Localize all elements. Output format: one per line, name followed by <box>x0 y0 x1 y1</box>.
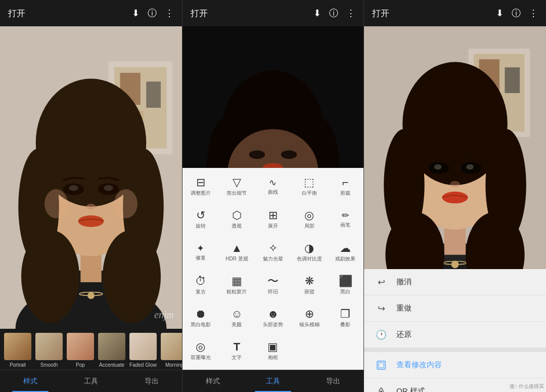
tab-export-mid[interactable]: 导出 <box>303 370 363 392</box>
info-icon-right[interactable]: ⓘ <box>512 7 521 19</box>
open-button-left[interactable]: 打开 <box>8 8 25 19</box>
tool-curves[interactable]: ∿ 曲线 <box>255 170 291 203</box>
tool-perspective[interactable]: ⬡ 透视 <box>219 203 255 236</box>
tool-brush[interactable]: ✏ 画笔 <box>327 203 363 236</box>
filter-accentuate[interactable]: Accentuate <box>98 333 125 368</box>
restore-button[interactable]: 🕐 还原 <box>364 322 546 348</box>
svg-point-48 <box>451 260 459 268</box>
svg-point-23 <box>44 189 68 219</box>
history-icon <box>374 360 388 370</box>
tool-adjust[interactable]: ⊟ 调整图片 <box>183 170 219 203</box>
filter-scroll: Portrait Smooth Pop Accentuate Faded Glo… <box>0 333 182 368</box>
more-icon-mid[interactable]: ⋮ <box>346 8 355 19</box>
svg-point-19 <box>69 185 78 191</box>
open-button-mid[interactable]: 打开 <box>191 8 208 19</box>
history-label: 查看修改内容 <box>396 360 442 370</box>
info-icon-left[interactable]: ⓘ <box>148 7 157 19</box>
bottom-tabs-mid: 样式 工具 导出 <box>183 370 363 392</box>
redo-label: 重做 <box>396 303 412 313</box>
signature-left: enjm <box>154 309 174 321</box>
tool-frame[interactable]: ▣ 相框 <box>255 335 291 368</box>
tool-freckle[interactable]: ❋ 斑驳 <box>291 269 328 301</box>
svg-rect-64 <box>379 363 384 368</box>
svg-point-24 <box>114 189 138 219</box>
tab-tools-left[interactable]: 工具 <box>61 370 121 392</box>
filter-pop[interactable]: Pop <box>67 333 94 368</box>
svg-point-61 <box>450 181 460 188</box>
tool-expand[interactable]: ⊞ 展开 <box>255 203 291 236</box>
image-area-mid <box>183 26 363 168</box>
tool-grain[interactable]: ▦ 粗粒胶片 <box>219 269 255 301</box>
tool-hdr[interactable]: ▲ HDR 景观 <box>219 236 255 269</box>
svg-rect-4 <box>146 81 161 108</box>
tool-tone[interactable]: ◑ 色调对比度 <box>291 236 328 269</box>
panel-left: 打开 ⬇ ⓘ ⋮ <box>0 0 182 392</box>
undo-button[interactable]: ↩ 撤消 <box>364 269 546 295</box>
tool-glamour[interactable]: ✧ 魅力光晕 <box>255 236 291 269</box>
tool-rotate[interactable]: ↺ 旋转 <box>183 203 219 236</box>
filter-accentuate-label: Accentuate <box>99 362 124 368</box>
filter-faded-glow[interactable]: Faded Glow <box>129 333 157 368</box>
filter-smooth[interactable]: Smooth <box>35 333 63 368</box>
tool-nostalgia[interactable]: 〜 怀旧 <box>255 269 291 301</box>
tool-vintage[interactable]: ⏱ 复古 <box>183 269 219 301</box>
tab-style-left[interactable]: 样式 <box>0 370 61 392</box>
tool-local[interactable]: ◎ 局部 <box>291 203 328 236</box>
tool-beauty[interactable]: ☺ 美颜 <box>219 302 255 335</box>
filter-strip-left: Portrait Smooth Pop Accentuate Faded Glo… <box>0 329 182 370</box>
svg-point-10 <box>87 292 95 299</box>
tool-heal[interactable]: ✦ 修复 <box>183 236 219 269</box>
save-icon-left[interactable]: ⬇ <box>132 8 140 19</box>
tool-headpose[interactable]: ☻ 头部姿势 <box>255 302 291 335</box>
image-area-right <box>364 26 546 269</box>
tool-empty2 <box>327 335 363 368</box>
svg-point-16 <box>103 230 161 323</box>
redo-button[interactable]: ↪ 重做 <box>364 295 546 322</box>
filter-smooth-label: Smooth <box>40 362 58 368</box>
tool-empty1 <box>291 335 328 368</box>
svg-point-20 <box>104 185 113 191</box>
filter-faded-glow-thumb <box>129 333 157 360</box>
image-area-left: enjm <box>0 26 182 329</box>
tool-bw[interactable]: ⬛ 黑白 <box>327 269 363 301</box>
tool-drama[interactable]: ☁ 戏剧效果 <box>327 236 363 269</box>
history-button[interactable]: 查看修改内容 <box>364 352 546 378</box>
qr-label: QR 样式 <box>396 386 425 392</box>
more-icon-left[interactable]: ⋮ <box>165 8 174 19</box>
filter-portrait-thumb <box>4 333 31 360</box>
right-sheet: ↩ 撤消 ↪ 重做 🕐 还原 查看修改内容 <box>364 269 546 392</box>
tool-details[interactable]: ▽ 突出细节 <box>219 170 255 203</box>
tool-text[interactable]: T 文字 <box>219 335 255 368</box>
filter-accentuate-thumb <box>98 333 125 360</box>
redo-icon: ↪ <box>374 303 388 314</box>
svg-rect-41 <box>505 67 520 93</box>
filter-morning[interactable]: Morning <box>161 333 182 368</box>
tool-wb[interactable]: ⬚ 白平衡 <box>291 170 328 203</box>
filter-pop-thumb <box>67 333 94 360</box>
sheet-divider <box>364 348 546 352</box>
filter-morning-thumb <box>161 333 182 360</box>
tools-grid: ⊟ 调整图片 ▽ 突出细节 ∿ 曲线 ⬚ 白平衡 ⌐ 剪裁 ↺ 旋转 ⬡ 透视 … <box>183 168 363 370</box>
tool-multiexp[interactable]: ◎ 双重曝光 <box>183 335 219 368</box>
more-icon-right[interactable]: ⋮ <box>529 8 538 19</box>
tool-bwfilm[interactable]: ⏺ 黑白电影 <box>183 302 219 335</box>
top-bar-icons-mid: ⬇ ⓘ ⋮ <box>313 7 355 19</box>
filter-smooth-thumb <box>35 333 63 360</box>
info-icon-mid[interactable]: ⓘ <box>329 7 338 19</box>
tab-export-left[interactable]: 导出 <box>121 370 182 392</box>
filter-pop-label: Pop <box>76 362 85 368</box>
tab-tools-mid[interactable]: 工具 <box>243 370 303 392</box>
svg-point-22 <box>78 215 104 227</box>
open-button-right[interactable]: 打开 <box>372 8 389 19</box>
top-bar-icons-right: ⬇ ⓘ ⋮ <box>496 7 538 19</box>
tab-style-mid[interactable]: 样式 <box>183 370 243 392</box>
tool-doubleexp[interactable]: ❒ 叠影 <box>327 302 363 335</box>
qr-icon <box>374 386 388 393</box>
save-icon-right[interactable]: ⬇ <box>496 8 504 19</box>
tool-lensblur[interactable]: ⊕ 镜头模糊 <box>291 302 328 335</box>
filter-portrait[interactable]: Portrait <box>4 333 31 368</box>
tool-crop[interactable]: ⌐ 剪裁 <box>327 170 363 203</box>
filter-morning-label: Morning <box>165 362 182 368</box>
svg-point-65 <box>380 390 382 393</box>
save-icon-mid[interactable]: ⬇ <box>313 8 321 19</box>
